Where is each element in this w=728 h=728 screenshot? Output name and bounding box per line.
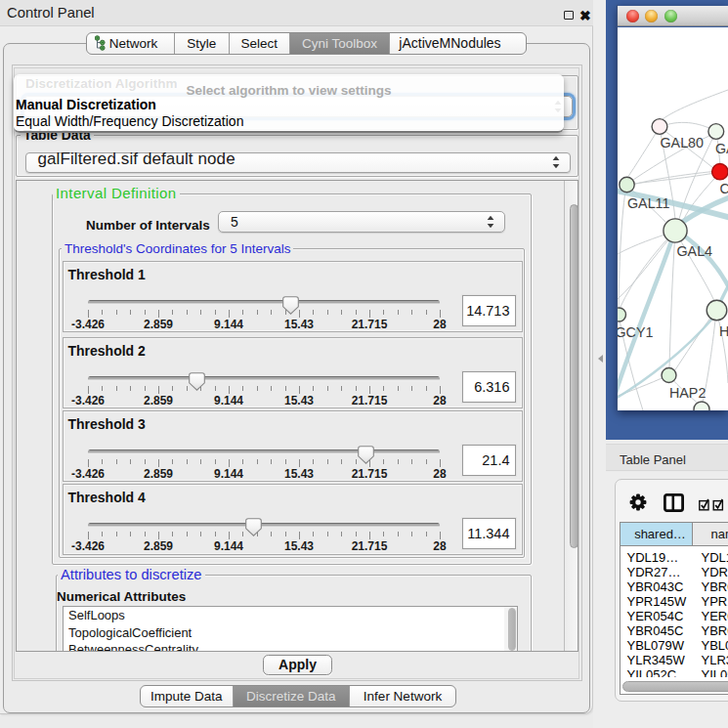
svg-text:H: H (719, 323, 728, 339)
svg-text:C: C (720, 181, 728, 196)
svg-text:HAP2: HAP2 (669, 385, 706, 401)
svg-text:GAL11: GAL11 (627, 195, 669, 211)
svg-text:GA: GA (715, 141, 728, 156)
svg-text:GAL80: GAL80 (661, 135, 705, 150)
svg-text:GAL4: GAL4 (677, 243, 713, 259)
svg-text:GCY1: GCY1 (618, 324, 653, 340)
